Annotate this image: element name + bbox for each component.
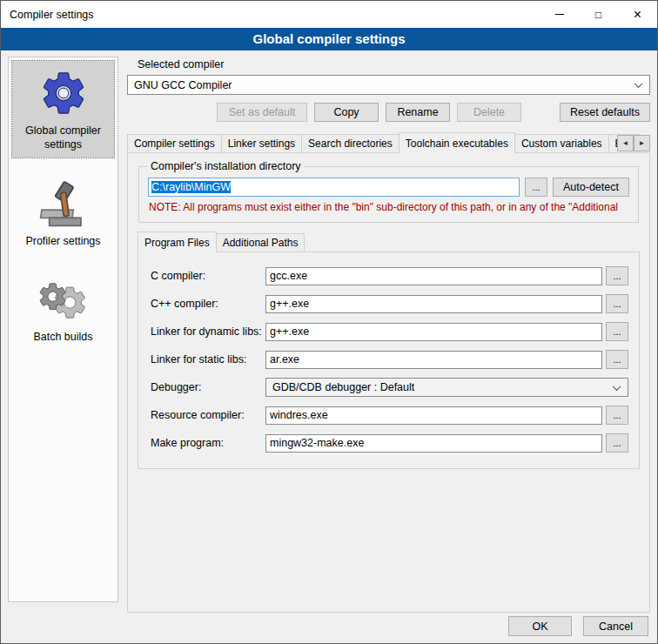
cpp-compiler-row: C++ compiler: ...: [151, 294, 628, 313]
program-files-panel: C compiler: ... C++ compiler: ... Linker…: [138, 252, 640, 469]
gray-gears-icon: [37, 274, 91, 325]
cpp-compiler-label: C++ compiler:: [151, 298, 265, 310]
program-files-tabstrip: Program Files Additional Paths: [138, 233, 641, 252]
main-content: Selected compiler GNU GCC Compiler Set a…: [127, 57, 650, 643]
sidebar-item-label: Batch builds: [14, 330, 112, 344]
settings-category-list: Global compiler settings Profiler settin…: [8, 57, 118, 602]
cancel-button[interactable]: Cancel: [583, 616, 648, 636]
installation-directory-group: Compiler's installation directory C:\ray…: [138, 160, 639, 223]
resource-compiler-browse-button[interactable]: ...: [606, 406, 628, 425]
sidebar-item-label: Global compiler settings: [14, 124, 112, 152]
debugger-select[interactable]: GDB/CDB debugger : Default: [265, 378, 628, 397]
toolchain-executables-panel: Compiler's installation directory C:\ray…: [127, 152, 650, 613]
tab-scroll-left-icon[interactable]: ◄: [617, 135, 634, 151]
compiler-actions: Set as default Copy Rename Delete Reset …: [127, 103, 650, 122]
close-icon: ×: [634, 7, 641, 23]
cpp-compiler-input[interactable]: [265, 295, 602, 313]
blue-gear-icon: [38, 68, 89, 118]
maximize-icon: □: [595, 9, 601, 21]
ok-button[interactable]: OK: [508, 616, 572, 636]
installation-directory-legend: Compiler's installation directory: [148, 160, 304, 172]
dynamic-linker-row: Linker for dynamic libs: ...: [151, 322, 628, 341]
resource-compiler-label: Resource compiler:: [151, 409, 265, 421]
tab-program-files[interactable]: Program Files: [138, 231, 217, 252]
chevron-down-icon: [634, 79, 643, 88]
static-linker-row: Linker for static libs: ...: [151, 350, 628, 369]
profiler-tool-icon: [38, 178, 89, 229]
dialog-footer: OK Cancel: [508, 616, 648, 636]
c-compiler-label: C compiler:: [151, 270, 265, 282]
tab-scroll-buttons: ◄ ►: [617, 135, 650, 151]
minimize-icon: [555, 14, 564, 15]
tab-toolchain-executables[interactable]: Toolchain executables: [399, 132, 515, 153]
copy-button[interactable]: Copy: [314, 103, 379, 122]
minimize-button[interactable]: [540, 1, 579, 28]
resource-compiler-input[interactable]: [265, 406, 602, 425]
install-dir-selected-text: C:\raylib\MinGW: [151, 181, 231, 193]
auto-detect-button[interactable]: Auto-detect: [553, 178, 629, 197]
install-dir-browse-button[interactable]: ...: [525, 178, 547, 197]
page-title: Global compiler settings: [1, 28, 657, 50]
bin-subdirectory-note: NOTE: All programs must exist either in …: [149, 201, 628, 213]
tab-linker-settings[interactable]: Linker settings: [221, 134, 302, 152]
debugger-value: GDB/CDB debugger : Default: [272, 381, 414, 393]
static-linker-input[interactable]: [265, 351, 602, 369]
set-as-default-button: Set as default: [217, 103, 307, 122]
close-button[interactable]: ×: [618, 1, 657, 28]
c-compiler-row: C compiler: ...: [151, 266, 628, 285]
selected-compiler-value: GNU GCC Compiler: [134, 79, 232, 91]
titlebar[interactable]: Compiler settings □ ×: [1, 1, 657, 28]
tab-custom-variables[interactable]: Custom variables: [514, 134, 609, 152]
sidebar-item-label: Profiler settings: [14, 234, 112, 248]
debugger-row: Debugger: GDB/CDB debugger : Default: [151, 378, 628, 397]
tab-compiler-settings[interactable]: Compiler settings: [127, 134, 222, 152]
compiler-settings-dialog: Compiler settings □ × Global compiler se…: [0, 0, 658, 644]
c-compiler-browse-button[interactable]: ...: [606, 266, 628, 285]
c-compiler-input[interactable]: [265, 267, 602, 285]
static-linker-browse-button[interactable]: ...: [606, 350, 628, 369]
make-program-label: Make program:: [151, 437, 265, 449]
make-program-input[interactable]: [265, 434, 602, 453]
make-program-row: Make program: ...: [151, 433, 628, 453]
reset-defaults-button[interactable]: Reset defaults: [560, 103, 650, 122]
tab-additional-paths[interactable]: Additional Paths: [216, 233, 306, 252]
dynamic-linker-input[interactable]: [265, 323, 602, 341]
sidebar-item-batch-builds[interactable]: Batch builds: [12, 267, 114, 349]
settings-tabstrip: Compiler settings Linker settings Search…: [127, 133, 650, 152]
sidebar-item-global-compiler-settings[interactable]: Global compiler settings: [12, 61, 114, 158]
chevron-down-icon: [613, 382, 621, 391]
resource-compiler-row: Resource compiler: ...: [151, 406, 628, 425]
maximize-button[interactable]: □: [579, 1, 618, 28]
selected-compiler-select[interactable]: GNU GCC Compiler: [127, 75, 650, 95]
dynamic-linker-browse-button[interactable]: ...: [606, 322, 628, 341]
static-linker-label: Linker for static libs:: [151, 353, 265, 366]
delete-button: Delete: [457, 103, 521, 122]
make-program-browse-button[interactable]: ...: [606, 433, 628, 453]
dynamic-linker-label: Linker for dynamic libs:: [151, 325, 265, 338]
window-title: Compiler settings: [1, 9, 540, 21]
sidebar-item-profiler-settings[interactable]: Profiler settings: [12, 171, 114, 253]
selected-compiler-label: Selected compiler: [138, 58, 650, 70]
cpp-compiler-browse-button[interactable]: ...: [606, 294, 628, 313]
rename-button[interactable]: Rename: [386, 103, 450, 122]
installation-directory-row: C:\raylib\MinGW ... Auto-detect: [148, 178, 629, 197]
debugger-label: Debugger:: [151, 381, 265, 393]
tab-search-directories[interactable]: Search directories: [301, 134, 400, 152]
tab-scroll-right-icon[interactable]: ►: [634, 135, 650, 151]
install-dir-input[interactable]: C:\raylib\MinGW: [148, 178, 520, 197]
dialog-body: Global compiler settings Profiler settin…: [1, 50, 657, 643]
